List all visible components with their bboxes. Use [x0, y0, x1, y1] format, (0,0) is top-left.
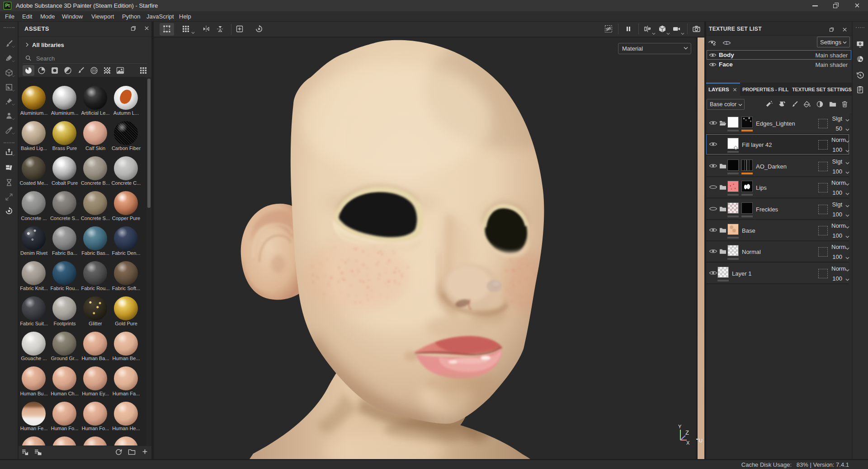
- svg-text:1: 1: [726, 41, 728, 45]
- svg-text:Z: Z: [685, 429, 689, 436]
- svg-text:X: X: [686, 440, 690, 446]
- svg-text:Y: Y: [678, 424, 682, 429]
